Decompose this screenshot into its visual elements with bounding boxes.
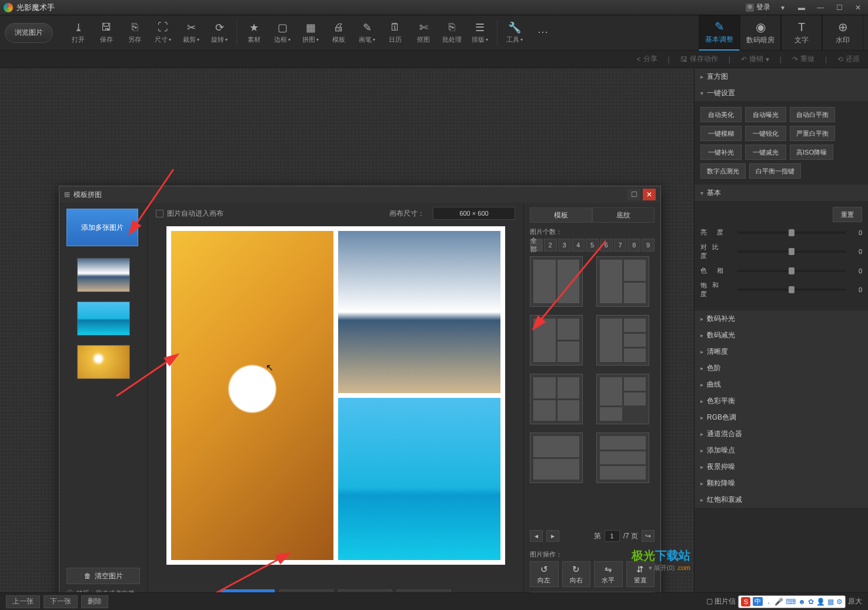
- template-3[interactable]: [530, 315, 583, 366]
- pager-first[interactable]: ◂: [530, 530, 543, 542]
- pager-prev[interactable]: ▸: [546, 530, 559, 542]
- thumbnail-2[interactable]: [77, 301, 130, 336]
- tool-尺寸[interactable]: ⛶尺寸▾: [149, 19, 176, 46]
- dropdown-button[interactable]: ▾: [776, 2, 789, 13]
- canvas-slot-3[interactable]: [338, 398, 500, 560]
- tool-保存[interactable]: 🖫保存: [93, 19, 120, 46]
- mode-tab-水印[interactable]: ⊕水印: [822, 15, 863, 51]
- tool-画笔[interactable]: ✎画笔▾: [353, 19, 380, 46]
- section-曲线[interactable]: 曲线: [695, 376, 868, 393]
- slider-亮　度[interactable]: 亮 度0: [700, 228, 862, 237]
- onekey-自动美化[interactable]: 自动美化: [700, 107, 742, 122]
- section-数码减光[interactable]: 数码减光: [695, 327, 868, 343]
- section-通道混合器[interactable]: 通道混合器: [695, 425, 868, 442]
- section-颗粒降噪[interactable]: 颗粒降噪: [695, 475, 868, 491]
- redo-button[interactable]: ↷ 重做: [792, 54, 814, 64]
- section-添加噪点[interactable]: 添加噪点: [695, 442, 868, 458]
- template-2[interactable]: [596, 256, 649, 307]
- onekey-一键模糊[interactable]: 一键模糊: [700, 126, 742, 141]
- template-4[interactable]: [596, 315, 649, 366]
- undo-button[interactable]: ↶ 撤销 ▾: [741, 54, 769, 64]
- dialog-maximize-button[interactable]: ☐: [627, 189, 640, 200]
- delete-button[interactable]: 删除: [81, 595, 108, 608]
- restore-button[interactable]: ⟲ 还原: [837, 54, 860, 64]
- minimize-button[interactable]: —: [814, 2, 827, 13]
- reset-button[interactable]: 重置: [833, 207, 862, 222]
- template-6[interactable]: [596, 374, 649, 424]
- login-button[interactable]: 登录: [746, 2, 770, 12]
- count-9[interactable]: 9: [642, 239, 655, 252]
- pager-page-input[interactable]: [605, 530, 620, 542]
- tool-[interactable]: ⋯: [529, 19, 556, 46]
- canvas-size-input[interactable]: [433, 207, 515, 220]
- tool-日历[interactable]: 🗓日历: [382, 19, 409, 46]
- section-红饱和衰减[interactable]: 红饱和衰减: [695, 491, 868, 508]
- tool-旋转[interactable]: ⟳旋转▾: [206, 19, 233, 46]
- browse-images-button[interactable]: 浏览图片: [5, 23, 53, 43]
- onekey-数字点测光[interactable]: 数字点测光: [700, 163, 746, 179]
- pager-next[interactable]: ↪: [642, 530, 655, 542]
- section-basic[interactable]: 基本: [695, 185, 868, 201]
- template-8[interactable]: [596, 433, 649, 483]
- tool-模板[interactable]: 🖨模板: [325, 19, 352, 46]
- onekey-自动白平衡[interactable]: 自动白平衡: [790, 107, 835, 122]
- share-button[interactable]: < 分享: [636, 54, 657, 64]
- maximize-button[interactable]: ☐: [833, 2, 846, 13]
- count-全部[interactable]: 全部: [530, 239, 543, 252]
- onekey-一键减光[interactable]: 一键减光: [745, 145, 786, 160]
- tab-template[interactable]: 模板: [530, 207, 592, 223]
- mode-tab-文字[interactable]: T文字: [781, 15, 822, 51]
- section-清晰度[interactable]: 清晰度: [695, 343, 868, 360]
- tool-素材[interactable]: ★素材: [241, 19, 268, 46]
- tool-工具[interactable]: 🔧工具▾: [501, 19, 528, 46]
- close-button[interactable]: ✕: [852, 2, 864, 13]
- count-3[interactable]: 3: [558, 239, 571, 252]
- tool-排版[interactable]: ☰排版▾: [466, 19, 493, 46]
- section-数码补光[interactable]: 数码补光: [695, 310, 868, 327]
- mode-tab-基本调整[interactable]: ✎基本调整: [699, 15, 740, 51]
- template-7[interactable]: [530, 433, 583, 483]
- canvas-slot-1[interactable]: [171, 231, 333, 560]
- section-histogram[interactable]: 直方图: [695, 68, 868, 85]
- tab-texture[interactable]: 底纹: [592, 207, 655, 223]
- onekey-严重白平衡[interactable]: 严重白平衡: [790, 126, 835, 141]
- slider-色　相[interactable]: 色 相0: [700, 266, 862, 275]
- mode-tab-数码暗房[interactable]: ◉数码暗房: [740, 15, 781, 51]
- onekey-一键补光[interactable]: 一键补光: [700, 145, 742, 160]
- collage-canvas[interactable]: [166, 226, 505, 565]
- tool-裁剪[interactable]: ✂裁剪▾: [178, 19, 205, 46]
- auto-canvas-checkbox[interactable]: 图片自动进入画布: [156, 209, 223, 219]
- tool-批处理[interactable]: ⎘批处理: [438, 19, 465, 46]
- count-2[interactable]: 2: [544, 239, 557, 252]
- next-button[interactable]: 下一张: [44, 595, 78, 608]
- template-1[interactable]: [530, 256, 583, 307]
- clear-images-button[interactable]: 🗑清空图片: [66, 568, 140, 584]
- template-5[interactable]: [530, 374, 583, 424]
- thumbnail-1[interactable]: [77, 258, 130, 292]
- op-水平[interactable]: ⇋水平: [594, 561, 623, 587]
- tool-边框[interactable]: ▢边框▾: [269, 19, 296, 46]
- save-action-button[interactable]: 🖫 保存动作: [680, 54, 718, 64]
- section-色彩平衡[interactable]: 色彩平衡: [695, 393, 868, 409]
- canvas-slot-2[interactable]: [338, 231, 500, 393]
- section-onekey[interactable]: 一键设置: [695, 85, 868, 101]
- slider-对 比 度[interactable]: 对 比 度0: [700, 243, 862, 260]
- count-8[interactable]: 8: [627, 239, 640, 252]
- slider-饱 和 度[interactable]: 饱 和 度0: [700, 281, 862, 299]
- tool-另存[interactable]: ⎘另存: [121, 19, 148, 46]
- onekey-高ISO降噪[interactable]: 高ISO降噪: [790, 145, 833, 160]
- onekey-自动曝光[interactable]: 自动曝光: [745, 107, 786, 122]
- op-向左[interactable]: ↺向左: [530, 561, 559, 587]
- pin-button[interactable]: ▬: [795, 2, 808, 13]
- section-RGB色调[interactable]: RGB色调: [695, 409, 868, 425]
- count-7[interactable]: 7: [614, 239, 627, 252]
- count-5[interactable]: 5: [586, 239, 599, 252]
- section-夜景抑噪[interactable]: 夜景抑噪: [695, 458, 868, 475]
- thumbnail-3[interactable]: [77, 345, 130, 379]
- count-6[interactable]: 6: [600, 239, 613, 252]
- add-images-button[interactable]: 添加多张图片: [66, 209, 138, 246]
- section-色阶[interactable]: 色阶: [695, 360, 868, 376]
- dialog-close-button[interactable]: ✕: [643, 189, 656, 200]
- tool-打开[interactable]: ⤓打开: [65, 19, 92, 46]
- tool-抠图[interactable]: ✄抠图: [410, 19, 437, 46]
